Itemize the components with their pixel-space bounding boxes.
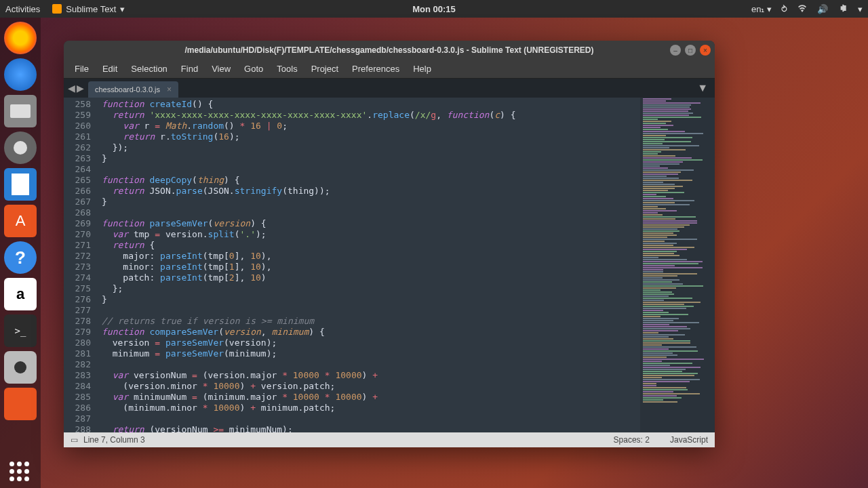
code-line[interactable]: }); (102, 142, 640, 153)
wifi-icon[interactable] (797, 3, 808, 16)
dock-disks[interactable] (4, 131, 37, 164)
code-line[interactable]: // returns true if version is >= minimum (102, 316, 640, 327)
dock-firefox[interactable] (4, 22, 37, 54)
code-line[interactable]: } (102, 197, 640, 207)
line-number: 287 (64, 413, 91, 424)
line-number: 280 (64, 338, 91, 348)
line-number: 272 (64, 251, 91, 262)
tab-active[interactable]: chessboard-0.3.0.js × (88, 81, 178, 98)
menu-find[interactable]: Find (176, 62, 203, 76)
nav-forward-icon[interactable]: ▶ (77, 83, 84, 94)
statusbar: ▭ Line 7, Column 3 Spaces: 2 JavaScript (64, 432, 715, 447)
window-title: /media/ubuntu/HD/Disk(F)/TEMPLATE/chessg… (64, 45, 715, 55)
syntax-setting[interactable]: JavaScript (670, 435, 708, 445)
line-number: 260 (64, 121, 91, 131)
activities-button[interactable]: Activities (5, 4, 40, 14)
line-number: 267 (64, 197, 91, 207)
dock-writer[interactable] (4, 168, 37, 201)
minimap[interactable] (640, 98, 715, 432)
menu-selection[interactable]: Selection (125, 62, 172, 76)
indentation-setting[interactable]: Spaces: 2 (614, 435, 650, 445)
show-applications[interactable] (9, 462, 29, 481)
code-line[interactable]: return JSON.parse(JSON.stringify(thing))… (102, 186, 640, 197)
line-number: 288 (64, 424, 91, 432)
dock-terminal[interactable]: >_ (4, 314, 37, 347)
code-line[interactable]: var tmp = version.split('.'); (102, 229, 640, 240)
clock[interactable]: Mon 00:15 (412, 4, 456, 14)
chevron-down-icon: ▾ (120, 4, 125, 14)
menu-file[interactable]: File (69, 62, 94, 76)
maximize-button[interactable]: □ (685, 45, 696, 56)
input-source[interactable]: en₁ ▾ (751, 4, 772, 14)
code-line[interactable]: minimum = parseSemVer(minimum); (102, 348, 640, 359)
code-line[interactable] (102, 413, 640, 424)
dock-software[interactable]: A (4, 205, 37, 237)
code-line[interactable]: patch: parseInt(tmp[2], 10) (102, 272, 640, 283)
dock-camera[interactable] (4, 351, 37, 384)
menu-preferences[interactable]: Preferences (347, 62, 405, 76)
code-line[interactable] (102, 305, 640, 316)
cursor-position[interactable]: Line 7, Column 3 (83, 435, 145, 445)
menu-view[interactable]: View (206, 62, 236, 76)
network-icon[interactable]: ⥁ (781, 4, 787, 14)
code-line[interactable]: var r = Math.random() * 16 | 0; (102, 121, 640, 131)
code-line[interactable]: }; (102, 283, 640, 294)
code-line[interactable]: return (versionNum >= minimumNum); (102, 424, 640, 432)
code-line[interactable]: function parseSemVer(version) { (102, 218, 640, 229)
gnome-topbar: Activities Sublime Text ▾ Mon 00:15 en₁ … (0, 0, 868, 18)
app-name: Sublime Text (66, 4, 116, 14)
code-line[interactable] (102, 359, 640, 370)
line-number: 276 (64, 294, 91, 305)
code-line[interactable]: var versionNum = (version.major * 10000 … (102, 370, 640, 381)
code-line[interactable]: minor: parseInt(tmp[1], 10), (102, 262, 640, 272)
titlebar[interactable]: /media/ubuntu/HD/Disk(F)/TEMPLATE/chessg… (64, 41, 715, 60)
editor[interactable]: 2582592602612622632642652662672682692702… (64, 98, 640, 432)
line-number: 259 (64, 110, 91, 121)
line-number: 265 (64, 175, 91, 186)
dock-ubuntu[interactable] (4, 388, 37, 420)
app-menu[interactable]: Sublime Text ▾ (52, 4, 125, 14)
system-menu-arrow[interactable]: ▾ (858, 4, 863, 14)
line-number: 258 (64, 99, 91, 110)
code[interactable]: function createId() { return 'xxxx-xxxx-… (98, 98, 640, 432)
minimize-button[interactable]: – (670, 45, 681, 56)
panel-switcher-icon[interactable]: ▭ (71, 435, 78, 445)
code-line[interactable]: (version.minor * 10000) + version.patch; (102, 381, 640, 392)
menu-tools[interactable]: Tools (271, 62, 302, 76)
code-line[interactable]: major: parseInt(tmp[0], 10), (102, 251, 640, 262)
code-line[interactable]: function createId() { (102, 99, 640, 110)
code-line[interactable]: version = parseSemVer(version); (102, 338, 640, 348)
code-line[interactable] (102, 164, 640, 175)
close-button[interactable]: × (700, 45, 711, 56)
code-line[interactable]: } (102, 294, 640, 305)
line-number: 261 (64, 131, 91, 142)
code-line[interactable]: function deepCopy(thing) { (102, 175, 640, 186)
dock-files[interactable] (4, 95, 37, 127)
line-number: 286 (64, 403, 91, 413)
volume-icon[interactable]: 🔊 (817, 4, 828, 14)
menu-help[interactable]: Help (408, 62, 437, 76)
code-line[interactable]: var minimumNum = (minimum.major * 10000 … (102, 392, 640, 403)
line-number: 269 (64, 218, 91, 229)
dock-amazon[interactable]: a (4, 278, 37, 310)
dock-thunderbird[interactable] (4, 58, 37, 91)
code-line[interactable]: (minimum.minor * 10000) + minimum.patch; (102, 403, 640, 413)
tab-dropdown-icon[interactable]: ▼ (697, 82, 708, 94)
code-line[interactable]: return { (102, 240, 640, 251)
nav-back-icon[interactable]: ◀ (68, 83, 75, 94)
code-line[interactable]: } (102, 153, 640, 164)
code-line[interactable]: return r.toString(16); (102, 131, 640, 142)
menu-goto[interactable]: Goto (239, 62, 269, 76)
line-number: 275 (64, 283, 91, 294)
line-number: 283 (64, 370, 91, 381)
tab-close-icon[interactable]: × (167, 85, 172, 94)
code-line[interactable]: return 'xxxx-xxxx-xxxx-xxxx-xxxx-xxxx-xx… (102, 110, 640, 121)
line-number: 278 (64, 316, 91, 327)
menu-project[interactable]: Project (306, 62, 344, 76)
line-number: 281 (64, 348, 91, 359)
code-line[interactable] (102, 207, 640, 218)
code-line[interactable]: function compareSemVer(version, minimum)… (102, 327, 640, 338)
dock-help[interactable]: ? (4, 241, 37, 274)
menu-edit[interactable]: Edit (97, 62, 123, 76)
power-icon[interactable] (837, 3, 848, 16)
